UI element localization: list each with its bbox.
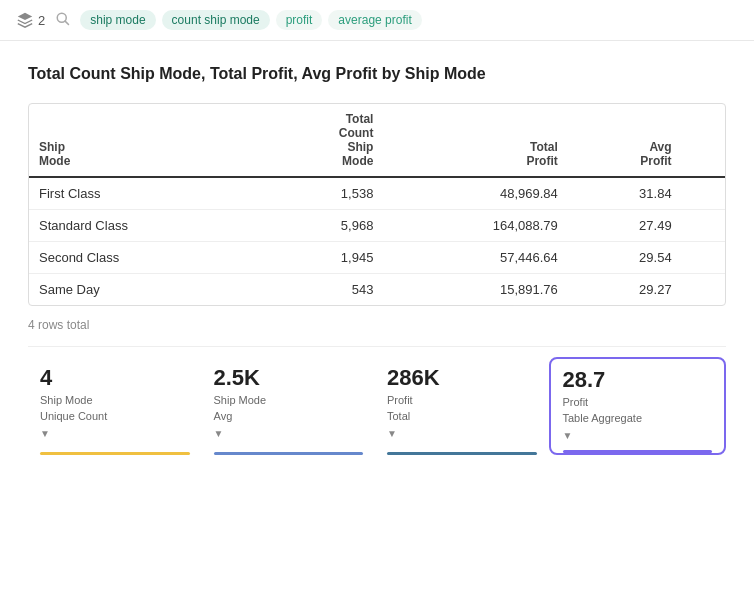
table-row: Second Class 1,945 57,446.64 29.54	[29, 242, 725, 274]
metric-bar-2	[387, 452, 537, 455]
cell-empty	[682, 242, 725, 274]
cell-empty	[682, 274, 725, 306]
col-header-avg-profit: AvgProfit	[568, 104, 682, 177]
tag-count-ship-mode[interactable]: count ship mode	[162, 10, 270, 30]
layer-count: 2	[38, 13, 45, 28]
chevron-down-icon: ▼	[387, 428, 397, 439]
metric-value-0: 4	[40, 365, 190, 391]
chart-title: Total Count Ship Mode, Total Profit, Avg…	[28, 65, 726, 83]
table-wrapper: ShipMode TotalCountShipMode TotalProfit …	[28, 103, 726, 306]
table-row: Standard Class 5,968 164,088.79 27.49	[29, 210, 725, 242]
metric-label-2: ProfitTotal	[387, 393, 537, 424]
cell-ship-mode: First Class	[29, 177, 265, 210]
metric-value-1: 2.5K	[214, 365, 364, 391]
tag-list: ship mode count ship mode profit average…	[80, 10, 422, 30]
table-row: First Class 1,538 48,969.84 31.84	[29, 177, 725, 210]
cell-count: 543	[265, 274, 383, 306]
metric-dropdown-1[interactable]: ▼	[214, 428, 364, 439]
col-header-ship-mode: ShipMode	[29, 104, 265, 177]
chevron-down-icon: ▼	[214, 428, 224, 439]
chevron-down-icon: ▼	[563, 430, 573, 441]
cell-count: 1,945	[265, 242, 383, 274]
cell-empty	[682, 210, 725, 242]
col-header-total-count: TotalCountShipMode	[265, 104, 383, 177]
layers-svg	[16, 11, 34, 29]
metric-dropdown-2[interactable]: ▼	[387, 428, 537, 439]
metric-dropdown-0[interactable]: ▼	[40, 428, 190, 439]
cell-profit: 164,088.79	[383, 210, 567, 242]
svg-line-1	[65, 21, 68, 24]
tag-ship-mode[interactable]: ship mode	[80, 10, 155, 30]
metrics-row: 4 Ship ModeUnique Count ▼ 2.5K Ship Mode…	[28, 346, 726, 455]
layer-icon: 2	[16, 11, 45, 29]
metric-card-2[interactable]: 286K ProfitTotal ▼	[375, 357, 549, 455]
tag-average-profit[interactable]: average profit	[328, 10, 421, 30]
table-body: First Class 1,538 48,969.84 31.84 Standa…	[29, 177, 725, 305]
metric-label-0: Ship ModeUnique Count	[40, 393, 190, 424]
cell-profit: 48,969.84	[383, 177, 567, 210]
metric-bar-3	[563, 450, 713, 453]
search-wrap	[55, 11, 70, 29]
table-row: Same Day 543 15,891.76 29.27	[29, 274, 725, 306]
cell-empty	[682, 177, 725, 210]
table-header: ShipMode TotalCountShipMode TotalProfit …	[29, 104, 725, 177]
metric-value-2: 286K	[387, 365, 537, 391]
col-header-total-profit: TotalProfit	[383, 104, 567, 177]
cell-avg-profit: 31.84	[568, 177, 682, 210]
metric-value-3: 28.7	[563, 367, 713, 393]
metric-card-0[interactable]: 4 Ship ModeUnique Count ▼	[28, 357, 202, 455]
cell-avg-profit: 29.27	[568, 274, 682, 306]
metric-bar-0	[40, 452, 190, 455]
cell-ship-mode: Standard Class	[29, 210, 265, 242]
search-icon	[55, 11, 70, 29]
cell-count: 5,968	[265, 210, 383, 242]
chevron-down-icon: ▼	[40, 428, 50, 439]
metric-label-3: ProfitTable Aggregate	[563, 395, 713, 426]
col-header-empty	[682, 104, 725, 177]
rows-total: 4 rows total	[28, 318, 726, 332]
metric-bar-1	[214, 452, 364, 455]
metric-label-1: Ship ModeAvg	[214, 393, 364, 424]
cell-ship-mode: Second Class	[29, 242, 265, 274]
main-content: Total Count Ship Mode, Total Profit, Avg…	[0, 41, 754, 306]
cell-avg-profit: 27.49	[568, 210, 682, 242]
cell-count: 1,538	[265, 177, 383, 210]
tag-profit[interactable]: profit	[276, 10, 323, 30]
toolbar: 2 ship mode count ship mode profit avera…	[0, 0, 754, 41]
metric-card-1[interactable]: 2.5K Ship ModeAvg ▼	[202, 357, 376, 455]
data-table: ShipMode TotalCountShipMode TotalProfit …	[29, 104, 725, 305]
metric-dropdown-3[interactable]: ▼	[563, 430, 713, 441]
metric-card-3[interactable]: 28.7 ProfitTable Aggregate ▼	[549, 357, 727, 455]
footer: 4 rows total 4 Ship ModeUnique Count ▼ 2…	[0, 306, 754, 455]
cell-avg-profit: 29.54	[568, 242, 682, 274]
cell-profit: 57,446.64	[383, 242, 567, 274]
cell-ship-mode: Same Day	[29, 274, 265, 306]
cell-profit: 15,891.76	[383, 274, 567, 306]
